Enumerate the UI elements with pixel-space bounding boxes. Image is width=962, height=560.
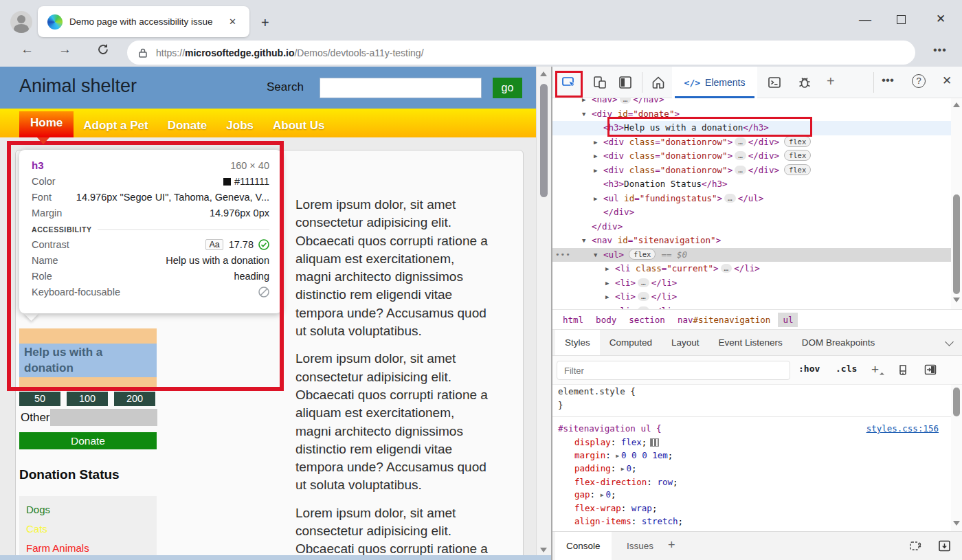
- scroll-down-icon[interactable]: [953, 298, 960, 302]
- amount-100-button[interactable]: 100: [67, 392, 108, 406]
- css-property-row[interactable]: display: flex;: [552, 436, 951, 449]
- expand-arrow-icon[interactable]: ▼: [582, 234, 592, 248]
- nav-item-about[interactable]: About Us: [263, 117, 335, 137]
- nav-item-home[interactable]: Home: [19, 111, 74, 137]
- collapse-arrow-icon[interactable]: ▶: [594, 164, 603, 178]
- collapse-arrow-icon[interactable]: ▶: [594, 149, 603, 164]
- dom-tree-row[interactable]: ▶<li>…</li>: [552, 290, 951, 304]
- css-rule-selector[interactable]: #sitenavigation ul {: [558, 421, 662, 436]
- flex-badge[interactable]: flex: [784, 164, 811, 175]
- dom-tree-row[interactable]: ▶<nav>…</nav>: [552, 98, 951, 107]
- refresh-button[interactable]: [96, 43, 110, 56]
- flex-badge[interactable]: flex: [784, 150, 811, 161]
- element-style-open[interactable]: element.style {: [552, 385, 951, 399]
- device-emulation-icon[interactable]: [592, 75, 607, 90]
- collapse-arrow-icon[interactable]: ▶: [594, 135, 603, 150]
- collapse-arrow-icon[interactable]: ▶: [594, 192, 603, 206]
- amount-50-button[interactable]: 50: [19, 392, 60, 406]
- breadcrumb-item[interactable]: nav#sitenavigation: [673, 313, 775, 327]
- toggle-element-state-icon[interactable]: [924, 363, 939, 378]
- forward-button[interactable]: →: [58, 42, 71, 57]
- breadcrumb-item[interactable]: body: [591, 313, 621, 327]
- status-list-item[interactable]: Dogs: [26, 500, 150, 519]
- nav-item-adopt[interactable]: Adopt a Pet: [74, 117, 157, 137]
- collapse-arrow-icon[interactable]: ▶: [605, 262, 615, 276]
- dom-tree-row[interactable]: ▼<nav id="sitenavigation">: [552, 234, 951, 248]
- tab-styles[interactable]: Styles: [555, 330, 600, 355]
- breadcrumb-item[interactable]: html: [558, 313, 588, 327]
- collapsed-content-icon[interactable]: …: [638, 292, 649, 301]
- profile-avatar-icon[interactable]: [10, 11, 32, 33]
- class-toggle[interactable]: .cls: [836, 363, 857, 374]
- dom-tree-row[interactable]: ▶<li class="current">…</li>: [552, 262, 951, 276]
- amount-200-button[interactable]: 200: [114, 392, 155, 406]
- home-icon[interactable]: [651, 75, 666, 90]
- donate-button[interactable]: Donate: [19, 432, 157, 449]
- collapse-arrow-icon[interactable]: ▶: [605, 304, 615, 310]
- devtools-close-button[interactable]: ✕: [942, 74, 952, 88]
- more-tools-plus-button[interactable]: +: [827, 74, 835, 89]
- chevron-down-icon[interactable]: [945, 337, 954, 346]
- collapse-arrow-icon[interactable]: ▶: [605, 290, 615, 304]
- add-drawer-tab-button[interactable]: +: [668, 538, 675, 552]
- collapsed-content-icon[interactable]: …: [638, 278, 649, 287]
- collapsed-content-icon[interactable]: …: [735, 166, 746, 175]
- dom-tree[interactable]: ▶<nav>…</nav>▼<div id="donate"><h3>Help …: [552, 98, 951, 309]
- devtools-more-menu[interactable]: •••: [882, 74, 894, 87]
- page-scrollbar[interactable]: [536, 67, 551, 560]
- tab-computed[interactable]: Computed: [600, 330, 662, 355]
- nav-item-donate[interactable]: Donate: [158, 117, 217, 137]
- collapsed-content-icon[interactable]: …: [735, 151, 746, 160]
- breadcrumb-item[interactable]: ul: [778, 313, 798, 327]
- expand-arrow-icon[interactable]: ▼: [594, 248, 603, 262]
- expand-quick-view-icon[interactable]: [937, 539, 952, 553]
- tab-console[interactable]: Console: [555, 532, 612, 560]
- breadcrumb-item[interactable]: section: [624, 313, 670, 327]
- new-tab-button[interactable]: +: [261, 15, 269, 31]
- other-amount-input[interactable]: [50, 409, 157, 426]
- flex-editor-icon[interactable]: [650, 438, 659, 447]
- hover-state-toggle[interactable]: :hov: [798, 363, 820, 374]
- node-menu-icon[interactable]: •••: [555, 248, 571, 262]
- help-icon[interactable]: ?: [912, 74, 926, 88]
- browser-menu-button[interactable]: •••: [933, 44, 947, 56]
- window-minimize-button[interactable]: —: [858, 12, 873, 27]
- expand-shorthand-icon[interactable]: ▶: [601, 489, 604, 502]
- inspect-element-icon[interactable]: [561, 75, 577, 90]
- new-style-rule-button[interactable]: +: [871, 362, 879, 377]
- collapsed-content-icon[interactable]: …: [721, 264, 732, 273]
- address-bar[interactable]: https://microsoftedge.github.io/Demos/de…: [127, 41, 915, 65]
- flex-badge[interactable]: flex: [629, 249, 656, 260]
- window-close-button[interactable]: ✕: [936, 12, 946, 26]
- dom-tree-row[interactable]: •••▼<ul>flex== $0: [552, 248, 951, 262]
- stylesheet-link[interactable]: styles.css:156: [866, 421, 939, 436]
- dom-tree-row[interactable]: ▼<div id="donate">: [552, 107, 951, 122]
- tab-layout[interactable]: Layout: [662, 330, 709, 355]
- css-property-row[interactable]: padding: ▶0;: [552, 462, 951, 476]
- focus-page-icon[interactable]: [908, 539, 923, 553]
- search-input[interactable]: [320, 78, 482, 98]
- console-panel-icon[interactable]: [767, 75, 782, 90]
- flex-badge[interactable]: flex: [784, 136, 811, 147]
- scroll-up-icon[interactable]: [953, 102, 960, 107]
- dom-tree-row[interactable]: ▶<div class="donationrow">…</div>flex: [552, 135, 951, 150]
- scrollbar-thumb[interactable]: [953, 194, 960, 294]
- styles-scrollbar[interactable]: [951, 385, 962, 531]
- scroll-down-icon[interactable]: [953, 521, 960, 526]
- dock-side-icon[interactable]: [618, 75, 633, 90]
- css-property-row[interactable]: gap: ▶0;: [552, 489, 951, 502]
- dom-tree-row[interactable]: ▶<li>…</li>: [552, 276, 951, 291]
- css-property-row[interactable]: margin: ▶0 0 0 1em;: [552, 449, 951, 463]
- collapsed-content-icon[interactable]: …: [735, 137, 746, 146]
- status-list-item[interactable]: Cats: [26, 519, 150, 539]
- expand-shorthand-icon[interactable]: ▶: [616, 450, 619, 463]
- dom-tree-row[interactable]: ▶<div class="donationrow">…</div>flex: [552, 164, 951, 178]
- styles-pane[interactable]: element.style { } #sitenavigation ul { s…: [552, 385, 951, 531]
- paint-brush-icon[interactable]: [896, 363, 911, 378]
- tab-elements[interactable]: </> Elements: [672, 67, 757, 98]
- expand-shorthand-icon[interactable]: ▶: [621, 463, 625, 476]
- css-property-row[interactable]: align-items: stretch;: [552, 515, 951, 528]
- dom-tree-row[interactable]: ▶<div class="donationrow">…</div>flex: [552, 149, 951, 164]
- dom-tree-row[interactable]: </div>: [552, 205, 951, 220]
- dom-tree-scrollbar[interactable]: [951, 98, 962, 309]
